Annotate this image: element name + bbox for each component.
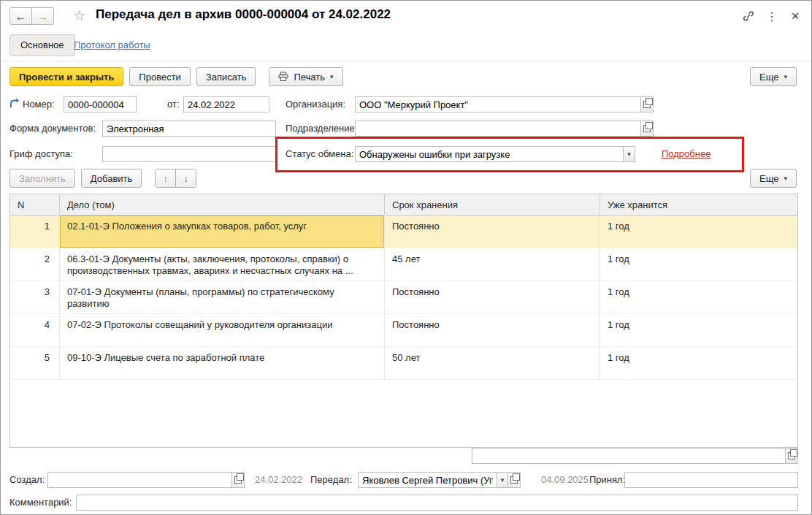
col-header-case[interactable]: Дело (том) bbox=[60, 194, 385, 215]
fill-button[interactable]: Заполнить bbox=[9, 169, 75, 188]
department-open-button[interactable] bbox=[640, 121, 654, 137]
created-open-button[interactable] bbox=[231, 472, 245, 488]
table-row[interactable]: 4 07-02-Э Протоколы совещаний у руководи… bbox=[10, 314, 797, 347]
chevron-down-icon: ▾ bbox=[784, 175, 787, 182]
forward-arrow-icon: → bbox=[37, 10, 48, 23]
close-button[interactable]: × bbox=[786, 8, 804, 24]
table-row[interactable]: 2 06.3-01-Э Документы (акты, заключения,… bbox=[10, 248, 797, 281]
cell-case[interactable]: 09-10-Э Лицевые счета по заработной плат… bbox=[60, 347, 385, 380]
cell-case[interactable]: 07-01-Э Документы (планы, программы) по … bbox=[60, 281, 385, 314]
organization-input[interactable] bbox=[355, 96, 641, 112]
open-icon bbox=[234, 476, 242, 484]
table-row[interactable]: 3 07-01-Э Документы (планы, программы) п… bbox=[10, 281, 797, 314]
transferred-open-button[interactable] bbox=[508, 472, 521, 488]
footer-right-input[interactable] bbox=[472, 448, 786, 464]
cell-period[interactable]: 45 лет bbox=[385, 248, 600, 281]
cases-table: N Дело (том) Срок хранения Уже хранится … bbox=[9, 194, 798, 448]
cell-period[interactable]: Постоянно bbox=[385, 281, 600, 314]
doc-form-input[interactable] bbox=[102, 121, 276, 137]
cell-n[interactable]: 2 bbox=[10, 248, 60, 281]
table-row[interactable]: 1 02.1-01-Э Положения о закупках товаров… bbox=[10, 215, 797, 248]
cell-n[interactable]: 5 bbox=[10, 347, 60, 380]
cell-period[interactable]: Постоянно bbox=[385, 215, 600, 248]
more-button[interactable]: Еще ▾ bbox=[750, 67, 797, 86]
close-icon: × bbox=[791, 8, 799, 24]
organization-open-button[interactable] bbox=[640, 96, 654, 112]
get-link-button[interactable] bbox=[740, 8, 757, 24]
transferred-input[interactable] bbox=[358, 472, 497, 488]
print-label: Печать bbox=[294, 72, 325, 83]
add-button[interactable]: Добавить bbox=[81, 169, 142, 188]
access-label: Гриф доступа: bbox=[9, 146, 73, 162]
forward-button[interactable]: → bbox=[31, 8, 53, 24]
tab-main[interactable]: Основное bbox=[9, 34, 75, 56]
cell-stored[interactable]: 1 год bbox=[600, 314, 797, 347]
write-button[interactable]: Записать bbox=[196, 67, 256, 86]
cell-stored[interactable]: 1 год bbox=[600, 281, 797, 314]
transferred-label: Передал: bbox=[310, 472, 352, 488]
back-button[interactable]: ← bbox=[10, 8, 31, 24]
chevron-down-icon: ▾ bbox=[627, 151, 631, 158]
transferred-dropdown-button[interactable]: ▾ bbox=[497, 472, 508, 488]
table-header: N Дело (том) Срок хранения Уже хранится bbox=[10, 194, 797, 215]
tabs-separator bbox=[1, 61, 811, 61]
accepted-input[interactable] bbox=[624, 472, 798, 488]
cell-stored[interactable]: 1 год bbox=[600, 347, 797, 380]
accepted-label: Принял: bbox=[589, 472, 625, 488]
footer-right-open-button[interactable] bbox=[785, 448, 798, 464]
post-button[interactable]: Провести bbox=[129, 67, 191, 86]
chevron-down-icon: ▾ bbox=[330, 74, 334, 80]
tab-protocol-link[interactable]: Протокол работы bbox=[74, 39, 150, 50]
cell-case[interactable]: 06.3-01-Э Документы (акты, заключения, п… bbox=[60, 248, 385, 281]
created-input[interactable] bbox=[47, 472, 232, 488]
command-bar: Провести и закрыть Провести Записать Печ… bbox=[9, 66, 797, 87]
cell-n[interactable]: 1 bbox=[10, 215, 60, 248]
table-row[interactable]: 5 09-10-Э Лицевые счета по заработной пл… bbox=[10, 347, 797, 380]
cell-period[interactable]: 50 лет bbox=[385, 347, 600, 380]
status-dropdown-button[interactable]: ▾ bbox=[623, 146, 635, 162]
cell-case[interactable]: 07-02-Э Протоколы совещаний у руководите… bbox=[60, 314, 385, 347]
favorite-star-icon[interactable]: ☆ bbox=[73, 7, 85, 25]
chevron-down-icon: ▾ bbox=[501, 477, 505, 484]
col-header-n[interactable]: N bbox=[10, 194, 60, 215]
open-icon bbox=[643, 101, 651, 108]
doc-form-label: Форма документов: bbox=[9, 121, 96, 137]
write-label: Записать bbox=[206, 72, 247, 83]
cell-n[interactable]: 3 bbox=[10, 281, 60, 314]
menu-kebab-button[interactable]: ⋮ bbox=[763, 8, 781, 24]
cell-stored[interactable]: 1 год bbox=[600, 248, 797, 281]
transferred-date: 04.09.2025 bbox=[541, 472, 589, 488]
col-header-period[interactable]: Срок хранения bbox=[385, 194, 600, 215]
status-label: Статус обмена: bbox=[286, 146, 353, 162]
post-and-close-button[interactable]: Провести и закрыть bbox=[9, 67, 123, 86]
created-date: 24.02.2022 bbox=[255, 472, 302, 488]
cell-period[interactable]: Постоянно bbox=[385, 314, 600, 347]
cell-stored[interactable]: 1 год bbox=[600, 215, 797, 248]
access-input[interactable] bbox=[102, 146, 276, 162]
organization-label: Организация: bbox=[286, 96, 345, 112]
move-up-button[interactable]: ↑ bbox=[156, 169, 175, 187]
move-down-button[interactable]: ↓ bbox=[175, 169, 196, 187]
move-buttons: ↑ ↓ bbox=[155, 169, 196, 188]
number-input[interactable] bbox=[64, 96, 137, 112]
add-label: Добавить bbox=[91, 173, 132, 184]
comment-input[interactable] bbox=[76, 495, 798, 511]
details-link[interactable]: Подробнее bbox=[662, 148, 710, 159]
cell-n[interactable]: 4 bbox=[10, 314, 60, 347]
col-header-stored[interactable]: Уже хранится bbox=[600, 194, 797, 215]
date-input[interactable] bbox=[183, 96, 269, 112]
status-input[interactable] bbox=[355, 146, 624, 162]
department-input[interactable] bbox=[355, 121, 641, 137]
print-button[interactable]: Печать ▾ bbox=[269, 67, 342, 86]
chevron-down-icon: ▾ bbox=[784, 74, 787, 80]
table-more-button[interactable]: Еще ▾ bbox=[750, 169, 797, 188]
post-label: Провести bbox=[139, 72, 181, 83]
kebab-icon: ⋮ bbox=[766, 9, 778, 23]
arrow-up-icon: ↑ bbox=[164, 173, 169, 184]
open-icon bbox=[643, 125, 651, 132]
comment-label: Комментарий: bbox=[9, 495, 72, 511]
open-icon bbox=[510, 476, 518, 484]
more-label: Еще bbox=[759, 173, 778, 184]
post-and-close-label: Провести и закрыть bbox=[19, 72, 114, 83]
cell-case[interactable]: 02.1-01-Э Положения о закупках товаров, … bbox=[60, 215, 385, 248]
